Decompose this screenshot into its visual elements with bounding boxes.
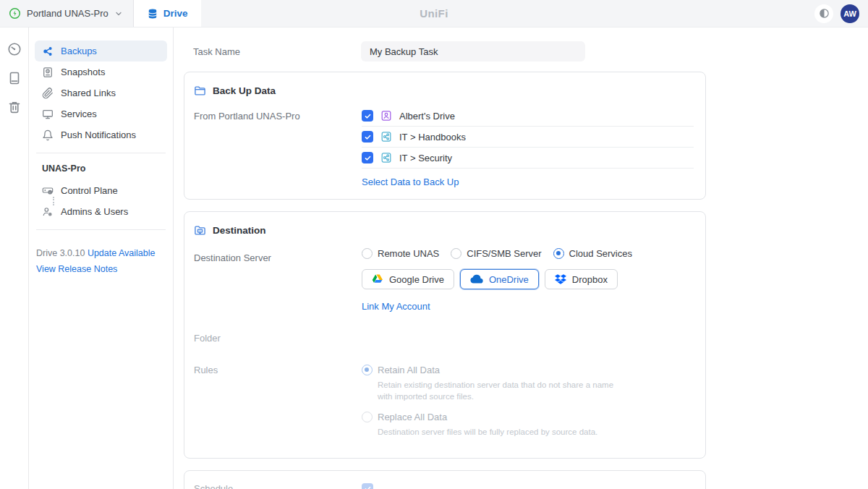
task-name-input[interactable]: [361, 41, 585, 61]
radio-remote-unas[interactable]: Remote UNAS: [362, 248, 439, 259]
backup-item-label: IT > Security: [399, 153, 452, 163]
user-drive-icon: [380, 110, 392, 122]
sidebar-item-label: Snapshots: [61, 67, 105, 77]
destination-card: Destination Destination Server Remote UN…: [184, 211, 706, 459]
console-selector[interactable]: Portland UNAS-Pro: [0, 0, 134, 27]
view-release-notes-link[interactable]: View Release Notes: [36, 262, 167, 278]
link-my-account-link[interactable]: Link My Account: [362, 301, 430, 312]
from-source-label: From Portland UNAS-Pro: [194, 106, 362, 199]
radio-label: CIFS/SMB Server: [467, 248, 541, 259]
checkbox-checked[interactable]: [362, 131, 373, 143]
backup-item-label: IT > Handbooks: [399, 132, 466, 143]
sidebar-item-label: Push Notifications: [61, 129, 136, 140]
sidebar-item-label: Services: [61, 109, 97, 119]
schedule-label: Schedule: [194, 483, 362, 489]
radio-circle: [362, 248, 373, 259]
backup-item-row: IT > Security: [362, 148, 694, 169]
folder-label: Folder: [194, 333, 362, 344]
checkbox-checked[interactable]: [362, 110, 373, 122]
radio-label: Cloud Services: [569, 248, 632, 259]
dropbox-icon: [555, 273, 566, 285]
destination-card-title: Destination: [213, 225, 266, 236]
checkbox-checked[interactable]: [362, 152, 373, 163]
rule-label: Replace All Data: [378, 412, 447, 422]
onedrive-button[interactable]: OneDrive: [460, 269, 539, 289]
trash-icon[interactable]: [7, 100, 22, 114]
destination-server-label: Destination Server: [194, 245, 362, 312]
dashboard-gauge-icon[interactable]: [7, 42, 22, 56]
sidebar-item-label: Control Plane: [61, 185, 118, 196]
console-name: Portland UNAS-Pro: [27, 8, 109, 19]
rule-description: Destination server files will be fully r…: [378, 427, 629, 438]
backup-item-row: Albert's Drive: [362, 106, 694, 127]
rule-label: Retain All Data: [378, 365, 440, 375]
backup-card-title: Back Up Data: [213, 85, 276, 96]
drive-database-icon: [147, 8, 158, 20]
theme-toggle[interactable]: [814, 4, 833, 23]
drive-tab-label: Drive: [163, 8, 188, 19]
radio-cloud-services[interactable]: Cloud Services: [553, 248, 632, 259]
sidebar-item-shared-links[interactable]: Shared Links: [35, 82, 167, 103]
shared-folder-icon: [380, 152, 392, 163]
sidebar-item-push-notifications[interactable]: Push Notifications: [35, 124, 167, 145]
sidebar-divider: [36, 229, 166, 230]
chevron-down-icon: [114, 9, 123, 18]
user-avatar[interactable]: AW: [841, 4, 859, 23]
version-text: Drive 3.0.10: [36, 248, 85, 258]
onedrive-icon: [470, 273, 483, 286]
sidebar-section-title: UNAS-Pro: [35, 161, 167, 180]
backup-data-card: Back Up Data From Portland UNAS-Pro Albe…: [184, 72, 706, 200]
storage-drive-icon[interactable]: [7, 71, 22, 85]
topbar: Portland UNAS-Pro Drive UniFi AW: [0, 0, 868, 27]
sidebar-divider: [36, 153, 166, 153]
version-line: Drive 3.0.10 Update Available: [36, 246, 167, 262]
google-drive-button[interactable]: Google Drive: [362, 269, 454, 289]
radio-circle: [553, 248, 564, 259]
provider-label: Dropbox: [572, 274, 608, 285]
sidebar: Backups Snapshots Shared Links Services …: [29, 27, 174, 489]
power-bolt-icon: [9, 7, 21, 20]
main-content: Task Name Back Up Data From Portland UNA…: [174, 27, 868, 489]
sidebar-item-snapshots[interactable]: Snapshots: [35, 61, 167, 82]
provider-label: Google Drive: [389, 274, 444, 285]
tab-drive[interactable]: Drive: [134, 0, 201, 27]
backups-icon: [42, 46, 54, 57]
folder-icon: [194, 85, 206, 97]
sidebar-item-backups[interactable]: Backups: [35, 41, 167, 61]
radio-replace-all-data: Replace All Data: [362, 412, 694, 422]
radio-retain-all-data: Retain All Data: [362, 365, 694, 375]
radio-cifs-smb-server[interactable]: CIFS/SMB Server: [451, 248, 541, 259]
schedule-checkbox-disabled: [362, 483, 373, 489]
sidebar-item-label: Admins & Users: [61, 206, 128, 217]
schedule-card: Schedule: [184, 470, 706, 489]
google-drive-icon: [372, 273, 383, 285]
radio-circle: [362, 365, 373, 375]
radio-circle: [451, 248, 461, 259]
sidebar-item-label: Shared Links: [61, 88, 116, 98]
task-name-label: Task Name: [193, 46, 361, 57]
destination-icon: [194, 224, 206, 237]
sidebar-item-control-plane[interactable]: Control Plane: [35, 180, 167, 201]
paperclip-icon: [42, 88, 54, 99]
dotted-connector: [53, 197, 54, 205]
sidebar-item-label: Backups: [61, 46, 97, 56]
icon-rail: [0, 27, 29, 489]
monitor-icon: [42, 109, 54, 120]
sidebar-item-admins-users[interactable]: Admins & Users: [35, 201, 167, 222]
backup-item-row: IT > Handbooks: [362, 127, 694, 148]
update-available-link[interactable]: Update Available: [88, 248, 156, 258]
rule-description: Retain existing destination server data …: [378, 380, 629, 402]
provider-label: OneDrive: [489, 274, 529, 285]
rules-label: Rules: [194, 365, 362, 448]
user-gear-icon: [42, 206, 54, 218]
radio-circle: [362, 412, 373, 422]
backup-item-label: Albert's Drive: [399, 111, 455, 122]
snapshots-icon: [42, 67, 54, 78]
dropbox-button[interactable]: Dropbox: [545, 269, 618, 289]
select-data-link[interactable]: Select Data to Back Up: [362, 177, 459, 187]
bell-icon: [42, 129, 54, 141]
shared-folder-icon: [380, 131, 392, 143]
radio-label: Remote UNAS: [378, 248, 439, 259]
sidebar-item-services[interactable]: Services: [35, 103, 167, 124]
server-gear-icon: [42, 185, 54, 197]
